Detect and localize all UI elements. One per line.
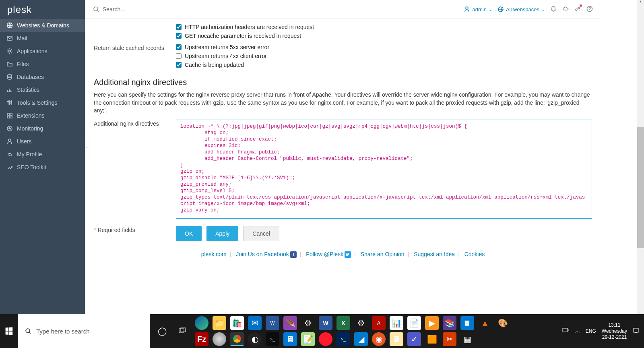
chevron-down-icon: ⌄ [489, 7, 492, 12]
sidebar-item-statistics[interactable]: Statistics [0, 83, 85, 96]
tray-expand-icon[interactable]: ︿ [575, 328, 580, 335]
bypass-http-auth-checkbox[interactable] [176, 24, 182, 30]
facebook-icon: f [290, 251, 297, 258]
checkbox-label: GET nocache parameter is received in req… [185, 33, 301, 39]
nginx-directives-textarea[interactable]: location ~* \.(?:jpg|jpeg|gif|png|webp|i… [176, 120, 592, 219]
taskbar-app-calc[interactable]: 🖩 [460, 316, 474, 330]
taskbar-app-word-online[interactable]: W [266, 316, 279, 330]
taskbar-app-powershell[interactable]: >_ [336, 332, 350, 346]
taskbar-app-store[interactable]: 🛍️ [230, 316, 244, 330]
sidebar-item-extensions[interactable]: Extensions [0, 109, 85, 122]
taskbar-app-grid[interactable]: ▦ [460, 332, 474, 346]
taskbar-app-edge[interactable] [195, 316, 208, 330]
stale-4xx-checkbox[interactable] [176, 53, 182, 59]
sidebar-item-users[interactable]: Users [0, 135, 85, 148]
footer-twitter-link[interactable]: Follow @Plesk [306, 251, 351, 257]
taskbar-app-paint[interactable]: 🎨 [496, 316, 510, 330]
sidebar-item-applications[interactable]: Applications [0, 45, 85, 58]
taskbar-app-opera[interactable] [319, 332, 332, 346]
sidebar-item-seo-toolkit[interactable]: SEO Toolkit [0, 161, 85, 174]
stale-5xx-checkbox[interactable] [176, 44, 182, 50]
browser-scrollbar[interactable]: ▲ [637, 0, 644, 314]
taskbar-app-lightshot[interactable]: 🪶 [283, 316, 297, 330]
search-icon [93, 6, 99, 12]
apply-button[interactable]: Apply [206, 226, 238, 241]
taskbar-app-putty[interactable]: 🖥 [390, 332, 403, 346]
taskbar-app-winrar[interactable]: 📚 [443, 316, 456, 330]
taskbar-app-blank2[interactable] [496, 332, 510, 346]
taskbar-app-gantt[interactable]: 📊 [390, 316, 403, 330]
sliders-icon [6, 99, 13, 106]
taskbar-app-explorer[interactable]: 📁 [213, 316, 226, 330]
notification-icon[interactable] [550, 6, 557, 13]
webspace-label: All webspaces [506, 6, 539, 12]
checkbox-label: HTTP authorization headers are received … [185, 24, 314, 30]
taskbar-app-pixel[interactable]: 🟧 [425, 332, 439, 346]
cloud-icon[interactable] [562, 6, 569, 13]
svg-rect-23 [634, 328, 638, 332]
taskbar-app-obs[interactable]: ◐ [248, 332, 262, 346]
bypass-get-nocache-checkbox[interactable] [176, 33, 182, 39]
user-name: admin [472, 6, 486, 12]
footer-opinion-link[interactable]: Share an Opinion [361, 251, 405, 257]
taskbar-app-todo[interactable]: ✓ [407, 332, 421, 346]
taskbar-app-disc[interactable] [213, 332, 226, 346]
taskbar-app-ubuntu[interactable]: ◉ [372, 332, 386, 346]
taskbar-app-terminal[interactable]: >_ [266, 332, 279, 346]
stale-updating-checkbox[interactable] [176, 62, 182, 68]
footer-idea-link[interactable]: Suggest an Idea [414, 251, 455, 257]
task-view-icon[interactable] [175, 327, 191, 335]
footer-facebook-link[interactable]: Join Us on Facebookf [236, 251, 297, 257]
taskbar-app-utility[interactable]: ⚙ [354, 316, 368, 330]
ok-button[interactable]: OK [176, 226, 202, 241]
taskbar-app-settings[interactable]: ⚙ [301, 316, 315, 330]
sidebar-item-tools-settings[interactable]: Tools & Settings [0, 96, 85, 109]
monitor-icon [6, 125, 13, 132]
taskbar-app-media[interactable]: ▶ [425, 316, 439, 330]
help-icon[interactable] [586, 6, 593, 13]
taskbar-app-word[interactable]: W [319, 316, 332, 330]
taskbar-app-chrome[interactable] [230, 332, 244, 346]
windows-logo-icon [6, 327, 13, 335]
sidebar-collapse-handle[interactable]: ‹ [85, 135, 89, 159]
tray-time: 13:11 [602, 322, 627, 328]
search-input[interactable] [103, 6, 458, 12]
sidebar-item-my-profile[interactable]: My Profile [0, 148, 85, 161]
start-button[interactable] [0, 314, 18, 348]
svg-rect-10 [10, 116, 12, 118]
sidebar-item-files[interactable]: Files [0, 58, 85, 70]
sidebar-item-mail[interactable]: Mail [0, 32, 85, 45]
tray-notifications-icon[interactable] [633, 327, 639, 335]
footer-plesk-link[interactable]: plesk.com [201, 251, 227, 257]
cancel-button[interactable]: Cancel [243, 226, 279, 241]
taskbar-app-snip[interactable]: ✂ [443, 332, 456, 346]
taskbar-app-mail[interactable]: ✉ [248, 316, 262, 330]
sidebar-item-label: Statistics [17, 87, 39, 93]
folder-icon [6, 61, 13, 67]
required-fields-note: *Required fields [94, 226, 176, 233]
database-icon [6, 74, 13, 80]
brand-logo: plesk [0, 0, 85, 19]
sidebar-item-websites-domains[interactable]: Websites & Domains [0, 19, 85, 32]
taskbar-app-pdf[interactable]: A [372, 316, 386, 330]
sidebar-item-monitoring[interactable]: Monitoring [0, 122, 85, 135]
taskbar-app-remote[interactable]: 🖥 [283, 332, 297, 346]
footer-cookies-link[interactable]: Cookies [464, 251, 485, 257]
tray-clock[interactable]: 13:11 Wednesday 29-12-2021 [602, 322, 627, 340]
tray-language[interactable]: ENG [586, 328, 596, 334]
cortana-icon[interactable]: ◯ [154, 326, 171, 336]
taskbar-search[interactable]: Type here to search [18, 314, 150, 348]
webspace-switcher[interactable]: All webspaces ⌄ [497, 6, 545, 12]
tray-project-icon[interactable] [562, 328, 570, 335]
taskbar-app-filezilla[interactable]: Fz [195, 332, 208, 346]
taskbar-app-vlc[interactable]: ▲ [478, 316, 492, 330]
taskbar-app-excel[interactable]: X [336, 316, 350, 330]
taskbar-app-blank1[interactable] [478, 332, 492, 346]
taskbar-app-notepad[interactable]: 📄 [407, 316, 421, 330]
svg-point-13 [94, 7, 98, 11]
taskbar-app-vscode[interactable]: ◢ [354, 332, 368, 346]
sidebar-item-databases[interactable]: Databases [0, 70, 85, 83]
updates-icon[interactable] [574, 6, 581, 13]
taskbar-app-npp[interactable]: 📝 [301, 332, 315, 346]
user-menu[interactable]: admin ⌄ [464, 6, 491, 12]
